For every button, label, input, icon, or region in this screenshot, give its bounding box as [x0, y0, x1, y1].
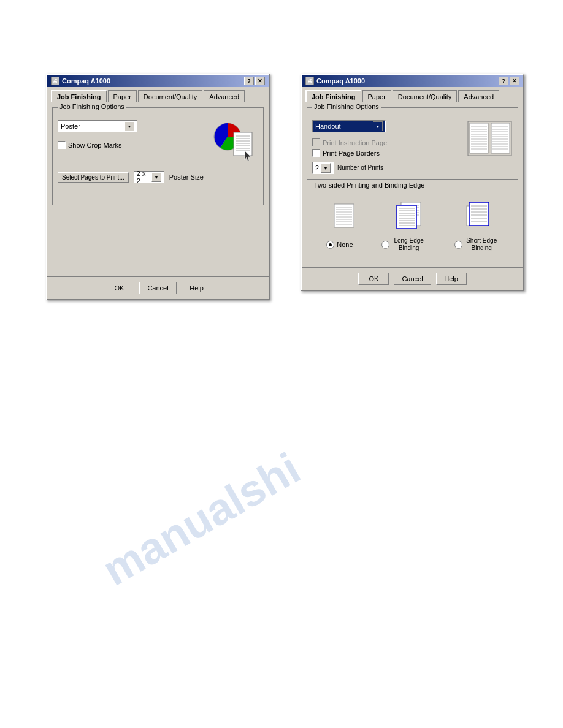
button-bar-1: OK Cancel Help [47, 276, 269, 299]
cancel-button-2[interactable]: Cancel [394, 273, 431, 285]
titlebar2-buttons: ? ✕ [499, 77, 519, 85]
svg-rect-33 [334, 204, 354, 227]
cancel-button-1[interactable]: Cancel [139, 282, 176, 294]
tab-bar-1: Job Finishing Paper Document/Quality Adv… [47, 87, 269, 102]
finishing-dropdown-1[interactable]: Poster ▼ [58, 120, 137, 132]
svg-rect-48 [397, 205, 416, 229]
watermark-text: manualshi [94, 442, 308, 595]
radio-none-dot [329, 243, 332, 246]
poster-size-dropdown[interactable]: 2 x 2 ▼ [134, 171, 164, 183]
radio-none-row: None [326, 241, 353, 249]
prints-dropdown[interactable]: 2 ▼ [312, 162, 334, 174]
print-borders-row: Print Page Borders [312, 149, 461, 157]
help-button-2[interactable]: Help [436, 273, 467, 285]
dialog2-content: Job Finishing Options Handout ▼ Print In… [302, 102, 523, 267]
tab-bar-2: Job Finishing Paper Document/Quality Adv… [302, 87, 523, 102]
dialog1-content: Job Finishing Options Poster ▼ Show Crop… [47, 102, 269, 276]
radio-short-label: Short Edge Binding [465, 237, 499, 252]
group-label-2: Job Finishing Options [312, 103, 381, 110]
handout-preview-svg [467, 120, 513, 157]
radio-long[interactable] [381, 241, 389, 249]
tab-doc-quality-2[interactable]: Document/Quality [393, 90, 457, 102]
button-bar-2: OK Cancel Help [302, 267, 523, 290]
job-finishing-group-1: Job Finishing Options Poster ▼ Show Crop… [52, 107, 264, 205]
print-borders-label: Print Page Borders [323, 150, 380, 157]
poster-preview-svg [209, 117, 258, 166]
poster-size-arrow: ▼ [151, 172, 161, 182]
tab-paper-1[interactable]: Paper [108, 90, 137, 102]
binding-icon-short [462, 201, 496, 230]
dialog1: 🖨 Compaq A1000 ? ✕ Job Finishing Paper D… [46, 74, 270, 300]
help2-btn[interactable]: ? [499, 77, 508, 85]
dialog2-titlebar: 🖨 Compaq A1000 ? ✕ [302, 75, 523, 87]
help-button-1[interactable]: Help [182, 282, 212, 294]
empty-area-1 [52, 210, 264, 271]
tab-job-finishing-2[interactable]: Job Finishing [305, 90, 361, 102]
ok-button-2[interactable]: OK [358, 273, 389, 285]
two-sided-group: Two-sided Printing and Binding Edge [307, 186, 518, 257]
printer-icon: 🖨 [51, 77, 59, 85]
crop-marks-row: Show Crop Marks [58, 141, 203, 149]
print-instruction-label: Print Instruction Page [323, 139, 387, 146]
titlebar2-left: 🖨 Compaq A1000 [305, 77, 365, 85]
dialog1-titlebar: 🖨 Compaq A1000 ? ✕ [47, 75, 269, 87]
radio-short[interactable] [454, 241, 462, 249]
radio-row: None Long Edge Binding Short Edge Bindin… [312, 237, 513, 252]
none-binding-svg [329, 201, 360, 229]
dialog1-title: Compaq A1000 [62, 77, 110, 85]
short-binding-svg [462, 201, 496, 229]
radio-none[interactable] [326, 241, 334, 249]
poster-size-label: Poster Size [169, 173, 204, 181]
close2-btn[interactable]: ✕ [510, 77, 519, 85]
help-btn[interactable]: ? [244, 77, 254, 85]
dialog2: 🖨 Compaq A1000 ? ✕ Job Finishing Paper D… [301, 74, 524, 291]
print-instruction-checkbox[interactable] [312, 138, 320, 146]
tab-job-finishing-1[interactable]: Job Finishing [51, 90, 107, 102]
dialog2-title: Compaq A1000 [316, 77, 365, 85]
select-pages-button[interactable]: Select Pages to Print... [58, 172, 129, 183]
dropdown-arrow-1: ▼ [124, 121, 134, 131]
radio-long-row: Long Edge Binding [381, 237, 426, 252]
print-instruction-row: Print Instruction Page [312, 138, 461, 146]
long-binding-svg [394, 201, 427, 229]
ok-button-1[interactable]: OK [104, 282, 134, 294]
prints-arrow: ▼ [321, 163, 331, 173]
binding-icon-long [394, 201, 427, 230]
poster-preview [209, 117, 258, 166]
binding-icon-none [329, 201, 360, 230]
crop-marks-checkbox[interactable] [58, 141, 66, 149]
tab-paper-2[interactable]: Paper [362, 90, 391, 102]
tab-doc-quality-1[interactable]: Document/Quality [138, 90, 202, 102]
number-of-prints-label: Number of Prints [337, 164, 383, 172]
tab-advanced-1[interactable]: Advanced [204, 90, 245, 102]
binding-icons-row [312, 196, 513, 235]
crop-marks-label: Show Crop Marks [68, 142, 121, 149]
dropdown-arrow-2: ▼ [373, 121, 383, 131]
job-finishing-group-2: Job Finishing Options Handout ▼ Print In… [307, 107, 518, 180]
close-btn[interactable]: ✕ [255, 77, 265, 85]
titlebar-left: 🖨 Compaq A1000 [51, 77, 110, 85]
tab-advanced-2[interactable]: Advanced [458, 90, 499, 102]
titlebar-buttons: ? ✕ [244, 77, 265, 85]
group-label-1: Job Finishing Options [58, 103, 126, 110]
printer2-icon: 🖨 [305, 77, 314, 85]
radio-none-label: None [337, 241, 353, 248]
radio-long-label: Long Edge Binding [392, 237, 426, 252]
finishing-dropdown-2[interactable]: Handout ▼ [312, 120, 386, 132]
two-sided-label: Two-sided Printing and Binding Edge [312, 181, 426, 189]
radio-short-row: Short Edge Binding [454, 237, 499, 252]
handout-preview-container [467, 120, 513, 158]
print-borders-checkbox[interactable] [312, 149, 320, 157]
